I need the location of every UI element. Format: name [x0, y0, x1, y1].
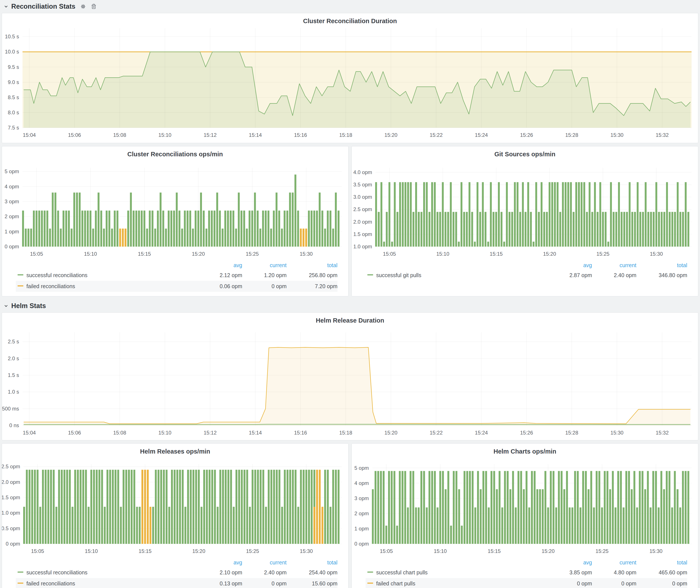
svg-text:15:22: 15:22	[430, 132, 443, 138]
panel-helm-charts-opm: Helm Charts ops/min 5 opm4 opm3 opm2 opm…	[352, 443, 698, 588]
legend-col-current[interactable]: current	[242, 261, 287, 270]
svg-text:2 opm: 2 opm	[5, 213, 19, 219]
panel-title[interactable]: Helm Releases ops/min	[2, 444, 348, 456]
panel-title[interactable]: Helm Release Duration	[2, 313, 698, 325]
legend-total-value: 15.60 opm	[287, 578, 337, 588]
legend-total-value: 254.40 opm	[287, 567, 337, 578]
chevron-down-icon	[4, 4, 8, 9]
section-header-helm-stats: Helm Stats	[2, 299, 698, 312]
legend-col-current[interactable]: current	[592, 558, 636, 567]
series-color-marker	[18, 285, 23, 286]
legend-row: successful reconciliations 2.12 opm 1.20…	[16, 270, 337, 281]
legend-col-current[interactable]: current	[592, 261, 636, 270]
legend-avg-value: 2.12 opm	[198, 270, 242, 281]
svg-text:3 opm: 3 opm	[5, 199, 19, 204]
svg-text:15:04: 15:04	[23, 430, 36, 436]
legend-col-total[interactable]: total	[287, 558, 337, 567]
cluster-reconciliation-duration-chart[interactable]: 10.5 s10.0 s9.5 s9.0 s8.5 s8.0 s7.5 s15:…	[2, 25, 698, 142]
helm-releases-chart[interactable]: 2.5 opm2.0 opm1.5 opm1.0 opm0.5 opm0 opm…	[2, 456, 348, 557]
legend-header-row: avg current total	[16, 261, 337, 270]
section-toggle-reconciliation-stats[interactable]: Reconciliation Stats	[4, 3, 75, 10]
svg-text:15:28: 15:28	[565, 430, 578, 436]
legend-total-value: 465.60 opm	[636, 567, 687, 578]
legend-col-avg[interactable]: avg	[198, 261, 242, 270]
legend-total-value: 256.80 opm	[287, 270, 337, 281]
series-color-marker	[18, 572, 23, 573]
legend-col-current[interactable]: current	[242, 558, 287, 567]
legend-series-label[interactable]: successful chart pulls	[376, 569, 428, 575]
legend-series-label[interactable]: failed reconciliations	[26, 580, 75, 586]
svg-text:15:20: 15:20	[192, 251, 205, 257]
svg-text:15:28: 15:28	[565, 132, 578, 138]
svg-text:15:25: 15:25	[595, 548, 608, 554]
svg-text:4.0 opm: 4.0 opm	[353, 169, 372, 175]
svg-text:15:25: 15:25	[246, 251, 259, 257]
svg-text:0 opm: 0 opm	[354, 541, 369, 547]
svg-text:500 ms: 500 ms	[2, 406, 19, 412]
svg-text:15:05: 15:05	[30, 251, 43, 257]
svg-text:15:06: 15:06	[68, 132, 81, 138]
legend-avg-value: 2.10 opm	[198, 567, 242, 578]
svg-text:15:06: 15:06	[68, 430, 81, 436]
panel-title[interactable]: Git Sources ops/min	[352, 146, 698, 158]
section-toggle-helm-stats[interactable]: Helm Stats	[4, 302, 46, 310]
legend-avg-value: 0.13 opm	[198, 578, 242, 588]
svg-text:10.5 s: 10.5 s	[5, 34, 19, 39]
legend-series-label[interactable]: failed chart pulls	[376, 580, 415, 586]
svg-text:1.0 s: 1.0 s	[8, 389, 19, 395]
svg-text:0.5 opm: 0.5 opm	[2, 525, 20, 531]
panel-title[interactable]: Helm Charts ops/min	[352, 444, 698, 456]
legend-col-avg[interactable]: avg	[548, 558, 592, 567]
svg-text:9.0 s: 9.0 s	[8, 79, 19, 85]
svg-text:4 opm: 4 opm	[354, 480, 369, 486]
svg-text:15:30: 15:30	[300, 548, 313, 554]
panel-cluster-reconciliation-duration: Cluster Reconciliation Duration 10.5 s10…	[2, 13, 698, 143]
svg-text:15:15: 15:15	[138, 251, 151, 257]
legend-col-total[interactable]: total	[287, 261, 337, 270]
svg-text:2.5 s: 2.5 s	[8, 339, 19, 344]
gear-icon[interactable]	[80, 3, 86, 10]
svg-text:15:25: 15:25	[597, 251, 610, 257]
legend-col-avg[interactable]: avg	[198, 558, 242, 567]
legend-avg-value: 0 opm	[548, 578, 592, 588]
svg-text:2.5 opm: 2.5 opm	[353, 206, 372, 212]
legend-series-label[interactable]: successful reconciliations	[26, 272, 87, 278]
svg-text:10.0 s: 10.0 s	[5, 49, 19, 55]
legend-col-total[interactable]: total	[636, 261, 687, 270]
helm-release-duration-chart[interactable]: 2.5 s2.0 s1.5 s1.0 s500 ms0 ns15:0415:06…	[2, 325, 698, 439]
svg-text:15:15: 15:15	[139, 548, 152, 554]
section-title: Reconciliation Stats	[11, 3, 75, 10]
trash-icon[interactable]	[91, 3, 97, 10]
svg-text:15:24: 15:24	[475, 132, 488, 138]
legend-series-label[interactable]: successful git pulls	[376, 272, 421, 278]
svg-text:15:26: 15:26	[520, 430, 533, 436]
svg-text:15:08: 15:08	[113, 132, 126, 138]
legend-series-label[interactable]: successful reconciliations	[26, 569, 87, 575]
svg-text:15:30: 15:30	[300, 251, 313, 257]
legend-col-avg[interactable]: avg	[548, 261, 592, 270]
svg-text:15:30: 15:30	[650, 548, 663, 554]
legend-current-value: 0 opm	[242, 281, 287, 292]
svg-text:15:12: 15:12	[204, 430, 217, 436]
legend-row: failed reconciliations 0.13 opm 0 opm 15…	[16, 578, 337, 588]
svg-text:15:20: 15:20	[543, 251, 556, 257]
svg-text:0 opm: 0 opm	[5, 244, 19, 249]
series-color-marker	[18, 583, 23, 584]
helm-charts-chart[interactable]: 5 opm4 opm3 opm2 opm1 opm0 opm15:0515:10…	[352, 456, 698, 557]
svg-text:3.5 opm: 3.5 opm	[353, 182, 372, 187]
svg-text:15:18: 15:18	[339, 430, 352, 436]
svg-text:15:10: 15:10	[85, 548, 98, 554]
git-sources-chart[interactable]: 4.0 opm3.5 opm3.0 opm2.5 opm2.0 opm1.5 o…	[352, 158, 698, 260]
panel-title[interactable]: Cluster Reconciliations ops/min	[2, 146, 348, 158]
svg-text:1.5 opm: 1.5 opm	[353, 231, 372, 237]
legend-col-total[interactable]: total	[636, 558, 687, 567]
panel-title[interactable]: Cluster Reconciliation Duration	[2, 13, 698, 25]
svg-text:15:16: 15:16	[294, 132, 307, 138]
legend-current-value: 0 opm	[242, 578, 287, 588]
legend-total-value: 0 opm	[636, 578, 687, 588]
cluster-reconciliations-chart[interactable]: 5 opm4 opm3 opm2 opm1 opm0 opm15:0515:10…	[2, 158, 348, 260]
series-color-marker	[367, 583, 373, 584]
svg-text:2 opm: 2 opm	[354, 510, 369, 516]
legend-series-label[interactable]: failed reconciliations	[26, 283, 75, 289]
svg-text:15:10: 15:10	[84, 251, 97, 257]
